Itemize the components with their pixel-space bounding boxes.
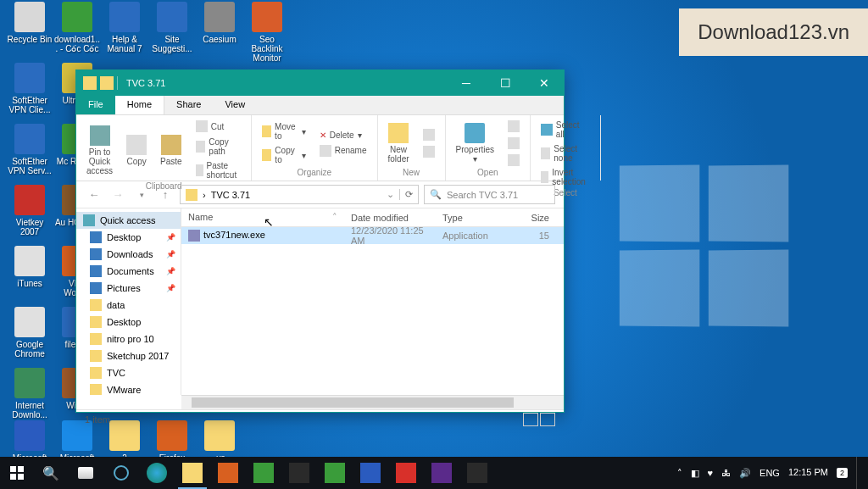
col-date[interactable]: Date modified: [344, 213, 436, 223]
qat: [83, 76, 118, 90]
nav-item[interactable]: Desktop: [76, 314, 181, 331]
path-segment[interactable]: TVC 3.71: [211, 190, 250, 200]
path-dropdown-icon[interactable]: ⌄: [387, 189, 394, 200]
pin-quick-access-button[interactable]: Pin to Quick access: [83, 124, 116, 177]
tray-notifications[interactable]: 2: [837, 468, 848, 478]
folder-icon: [186, 189, 198, 201]
delete-button[interactable]: ✕Delete ▾: [316, 129, 370, 142]
select-none-button[interactable]: Select none: [537, 142, 593, 164]
copy-button[interactable]: Copy: [123, 133, 150, 168]
nav-item[interactable]: data: [76, 297, 181, 314]
new-item-button[interactable]: [420, 127, 438, 142]
desktop-icon[interactable]: Internet Downlo...: [7, 368, 53, 420]
refresh-button[interactable]: ⟳: [399, 189, 413, 200]
nav-quick-access[interactable]: Quick access: [76, 212, 181, 229]
taskbar-task-view[interactable]: [68, 457, 103, 489]
search-box[interactable]: 🔍 Search TVC 3.71: [424, 185, 555, 204]
minimize-button[interactable]: ─: [447, 70, 486, 96]
tray-chevron-icon[interactable]: ˄: [677, 468, 682, 479]
desktop-icon[interactable]: Google Chrome: [7, 307, 53, 358]
nav-item[interactable]: Pictures📌: [76, 280, 181, 297]
tray-network-icon[interactable]: 🖧: [721, 468, 731, 478]
maximize-button[interactable]: ☐: [486, 70, 525, 96]
taskbar-app-1[interactable]: [210, 457, 246, 489]
copy-path-button[interactable]: Copy path: [192, 136, 245, 158]
thumbnails-view-button[interactable]: [540, 413, 555, 426]
navigation-pane[interactable]: Quick access Desktop📌Downloads📌Documents…: [76, 208, 181, 395]
nav-item[interactable]: VMware: [76, 381, 181, 395]
tray-icon-2[interactable]: ♥: [708, 468, 714, 478]
desktop-icon[interactable]: SoftEther VPN Clie...: [7, 63, 53, 114]
tab-view[interactable]: View: [213, 96, 257, 114]
taskbar-app-4[interactable]: [317, 457, 353, 489]
path-chevron: ›: [203, 190, 206, 200]
taskbar-search-button[interactable]: 🔍: [34, 465, 68, 481]
ribbon: Pin to Quick access Copy Paste Cut Copy …: [76, 115, 564, 181]
nav-item[interactable]: Downloads📌: [76, 246, 181, 263]
recent-button[interactable]: ▾: [132, 186, 151, 204]
nav-item[interactable]: Desktop📌: [76, 229, 181, 246]
rename-button[interactable]: Rename: [316, 143, 370, 158]
tab-home[interactable]: Home: [115, 96, 164, 114]
move-to-button[interactable]: Move to ▾: [259, 120, 309, 142]
new-folder-button[interactable]: New folder: [385, 121, 413, 165]
system-tray: ˄ ◧ ♥ 🖧 🔊 ENG 12:15 PM 2: [677, 457, 868, 489]
desktop-icon[interactable]: download1... - Cốc Cốc: [54, 2, 100, 53]
easy-access-button[interactable]: [420, 144, 438, 159]
tray-clock[interactable]: 12:15 PM: [788, 467, 828, 478]
taskbar-app-5[interactable]: [353, 457, 388, 489]
select-all-button[interactable]: Select all: [537, 119, 593, 141]
open-button[interactable]: [504, 119, 523, 134]
nav-item[interactable]: Documents📌: [76, 263, 181, 280]
desktop-icon[interactable]: Seo Backlink Monitor: [244, 2, 290, 63]
taskbar-app-7[interactable]: [424, 457, 459, 489]
tray-volume-icon[interactable]: 🔊: [739, 468, 751, 479]
ribbon-tabs: File Home Share View: [76, 96, 564, 115]
cut-button[interactable]: Cut: [192, 119, 245, 134]
forward-button[interactable]: →: [108, 186, 127, 204]
taskbar-app-8[interactable]: [459, 457, 495, 489]
desktop-icon[interactable]: iTunes: [7, 246, 53, 288]
properties-button[interactable]: Properties ▾: [453, 121, 498, 165]
copy-path-icon: [196, 141, 206, 153]
tray-lang[interactable]: ENG: [760, 468, 780, 478]
qat-icon[interactable]: [100, 76, 114, 90]
file-row[interactable]: tvc371new.exe12/23/2020 11:25 AMApplicat…: [181, 227, 564, 244]
taskbar-app-6[interactable]: [388, 457, 424, 489]
taskbar-explorer[interactable]: [175, 457, 210, 489]
desktop-icon[interactable]: Vietkey 2007: [7, 185, 53, 236]
back-button[interactable]: ←: [85, 186, 103, 204]
close-button[interactable]: ✕: [525, 70, 564, 96]
desktop-icon[interactable]: Site Suggesti...: [149, 2, 195, 53]
horizontal-scrollbar[interactable]: [181, 395, 564, 409]
paste-shortcut-button[interactable]: Paste shortcut: [192, 159, 245, 181]
show-desktop-button[interactable]: [856, 457, 861, 489]
col-name[interactable]: Name ˄: [181, 212, 344, 223]
rename-icon: [320, 145, 331, 157]
taskbar-app-3[interactable]: [281, 457, 317, 489]
nav-item[interactable]: Sketchup 2017: [76, 347, 181, 364]
nav-item[interactable]: nitro pro 10: [76, 331, 181, 347]
desktop-icon[interactable]: Recycle Bin: [7, 2, 53, 44]
up-button[interactable]: ↑: [156, 186, 175, 204]
history-button[interactable]: [504, 153, 523, 168]
copy-to-button[interactable]: Copy to ▾: [259, 144, 309, 166]
col-type[interactable]: Type: [436, 213, 514, 223]
col-size[interactable]: Size: [514, 213, 556, 223]
paste-button[interactable]: Paste: [157, 133, 186, 168]
start-button[interactable]: [0, 457, 34, 489]
taskbar-app-2[interactable]: [246, 457, 281, 489]
desktop-icon[interactable]: Help & Manual 7: [102, 2, 147, 53]
taskbar-edge[interactable]: [139, 457, 175, 489]
desktop-icon[interactable]: Caesium: [197, 2, 242, 44]
tray-icon-1[interactable]: ◧: [691, 468, 699, 479]
path-box[interactable]: › TVC 3.71 ⌄ ⟳: [180, 185, 419, 204]
nav-item[interactable]: TVC: [76, 364, 181, 381]
desktop-icon[interactable]: SoftEther VPN Serv...: [7, 124, 53, 175]
details-view-button[interactable]: [523, 413, 538, 426]
taskbar-cortana[interactable]: [103, 457, 139, 489]
tab-file[interactable]: File: [76, 96, 115, 114]
edit-button[interactable]: [504, 136, 523, 151]
titlebar[interactable]: TVC 3.71 ─ ☐ ✕: [76, 70, 564, 96]
tab-share[interactable]: Share: [164, 96, 213, 114]
